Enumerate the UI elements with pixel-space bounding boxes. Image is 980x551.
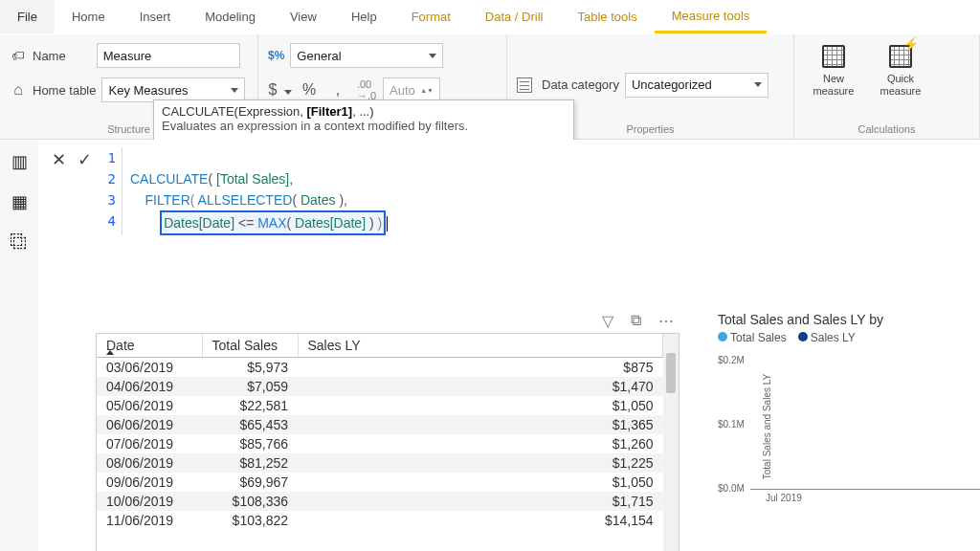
category-icon [517, 77, 532, 93]
data-category-value: Uncategorized [632, 77, 712, 92]
tab-measure-tools[interactable]: Measure tools [655, 0, 768, 33]
col-date[interactable]: Date [97, 334, 202, 358]
new-measure-icon [822, 45, 845, 68]
data-category-select[interactable]: Uncategorized [625, 73, 768, 98]
legend-dot-ly [798, 332, 808, 342]
home-table-label: Home table [33, 83, 96, 98]
measure-name-input[interactable]: Measure [97, 43, 240, 68]
legend-ly: Sales LY [811, 331, 856, 344]
data-category-label: Data category [542, 77, 619, 92]
chart-visual[interactable]: Total Sales and Sales LY by Total Sales … [718, 312, 980, 551]
data-table: Date Total Sales Sales LY 03/06/2019$5,9… [97, 334, 663, 530]
more-options-icon[interactable]: ⋯ [658, 312, 674, 330]
formula-bar[interactable]: ✕ ✓ 1 2CALCULATE( [Total Sales], 3 FILTE… [52, 147, 970, 235]
formula-line-1[interactable] [122, 147, 130, 168]
legend-total: Total Sales [730, 331, 787, 344]
format-icon: $% [268, 49, 284, 62]
col-ly[interactable]: Sales LY [298, 334, 663, 358]
measure-name-value: Measure [103, 49, 152, 63]
tag-icon [10, 47, 27, 64]
ribbon-tabs: File Home Insert Modeling View Help Form… [0, 0, 980, 34]
tab-insert[interactable]: Insert [122, 0, 189, 33]
formula-cancel-button[interactable]: ✕ [52, 149, 66, 170]
ytick-2: $0.2M [718, 354, 745, 364]
scrollbar-thumb[interactable] [666, 353, 676, 393]
tooltip-sig-post: , ...) [352, 104, 373, 119]
formula-line-3[interactable]: FILTER( ALLSELECTED( Dates ), [122, 189, 347, 210]
table-scrollbar[interactable] [663, 334, 679, 551]
table-row[interactable]: 04/06/2019$7,059$1,470 [97, 377, 663, 396]
tab-data-drill[interactable]: Data / Drill [468, 0, 561, 33]
ytick-0: $0.0M [718, 483, 745, 494]
table-row[interactable]: 09/06/2019$69,967$1,050 [97, 473, 663, 492]
chart-legend: Total Sales Sales LY [718, 331, 980, 344]
tab-file[interactable]: File [0, 0, 55, 33]
table-visual[interactable]: ▽ ⧉ ⋯ Date Total Sales Sales LY 03/06/20… [96, 312, 679, 551]
col-total[interactable]: Total Sales [202, 334, 298, 358]
home-table-value: Key Measures [108, 83, 188, 98]
quick-measure-button[interactable]: ⚡ Quick measure [871, 40, 930, 97]
tab-table-tools[interactable]: Table tools [560, 0, 654, 33]
decimals-auto-label: Auto [390, 83, 415, 98]
tooltip-sig-bold: [Filter1] [306, 104, 352, 119]
tooltip-desc: Evaluates an expression in a context mod… [162, 119, 566, 133]
tab-format[interactable]: Format [394, 0, 468, 33]
view-rail: ▥ ▦ ⿻ [0, 140, 38, 551]
table-row[interactable]: 07/06/2019$85,766$1,260 [97, 434, 663, 453]
spinner-icon[interactable]: ▲▼ [420, 87, 434, 94]
formula-commit-button[interactable]: ✓ [78, 149, 92, 170]
data-view-button[interactable]: ▦ [9, 191, 30, 212]
lightning-icon: ⚡ [902, 36, 919, 52]
tooltip-sig-pre: CALCULATE(Expression, [162, 104, 306, 119]
legend-dot-total [718, 332, 727, 342]
tab-modeling[interactable]: Modeling [188, 0, 273, 33]
currency-label: $ [269, 81, 278, 99]
formula-line-2[interactable]: CALCULATE( [Total Sales], [122, 168, 293, 189]
intellisense-tooltip: CALCULATE(Expression, [Filter1], ...) Ev… [153, 99, 574, 142]
report-view-button[interactable]: ▥ [9, 151, 30, 172]
measure-name-label: Name [33, 49, 66, 63]
filter-icon[interactable]: ▽ [602, 312, 613, 330]
chart-title: Total Sales and Sales LY by [718, 312, 980, 327]
table-row[interactable]: 08/06/2019$81,252$1,225 [97, 453, 663, 473]
ribbon: Name Measure Home table Key Measures Str… [0, 34, 980, 140]
format-select[interactable]: General [290, 43, 443, 68]
focus-mode-icon[interactable]: ⧉ [631, 312, 641, 329]
new-measure-button[interactable]: New measure [804, 40, 863, 97]
format-value: General [297, 49, 341, 63]
xtick-jul: Jul 2019 [766, 493, 802, 503]
ytick-1: $0.1M [718, 418, 745, 429]
table-row[interactable]: 11/06/2019$103,822$14,154 [97, 511, 663, 530]
home-icon [10, 81, 27, 99]
tab-view[interactable]: View [273, 0, 334, 33]
table-row[interactable]: 10/06/2019$108,336$1,715 [97, 492, 663, 511]
formula-line-4[interactable]: Dates[Date] <= MAX( Dates[Date] ) ) [122, 210, 388, 235]
text-cursor [387, 216, 388, 231]
table-row[interactable]: 05/06/2019$22,581$1,050 [97, 396, 663, 415]
report-canvas: ✕ ✓ 1 2CALCULATE( [Total Sales], 3 FILTE… [38, 140, 980, 551]
tab-help[interactable]: Help [334, 0, 394, 33]
calculations-caption: Calculations [804, 121, 969, 137]
new-measure-label: New measure [804, 73, 863, 97]
table-row[interactable]: 03/06/2019$5,973$875 [97, 358, 663, 378]
tab-home[interactable]: Home [55, 0, 122, 33]
chart-plot-area: Total Sales and Sales LY $0.2M $0.1M $0.… [718, 350, 980, 503]
quick-measure-label: Quick measure [871, 73, 930, 97]
table-row[interactable]: 06/06/2019$65,453$1,365 [97, 415, 663, 434]
model-view-button[interactable]: ⿻ [9, 231, 30, 253]
